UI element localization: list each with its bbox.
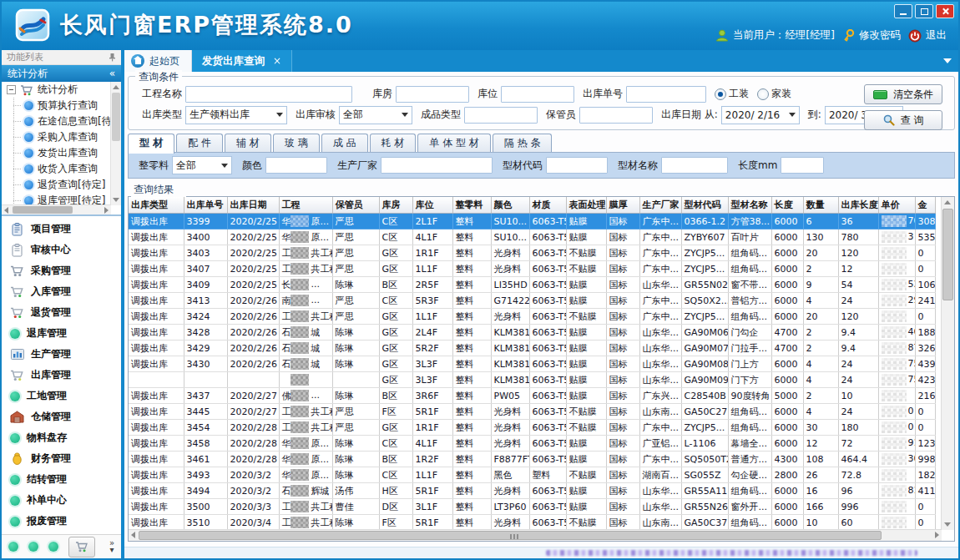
factory-input[interactable]	[381, 157, 493, 174]
length-input[interactable]	[781, 157, 824, 174]
tab-close-icon[interactable]: ×	[273, 55, 281, 67]
scroll-right-icon[interactable]	[104, 207, 109, 214]
scroll-left-icon[interactable]	[4, 207, 8, 214]
sidebar-module-退库管理[interactable]: 退库管理	[2, 323, 121, 344]
column-header[interactable]: 膜厚	[606, 197, 639, 214]
table-row[interactable]: 调拨出库34292020/2/26石城陈琳G区5R2F整料KLM38176063…	[129, 341, 935, 356]
column-header[interactable]: 生产厂家	[639, 197, 681, 214]
scroll-down-icon[interactable]	[113, 198, 119, 202]
sidebar-module-退货管理[interactable]: 退货管理	[2, 302, 121, 323]
sidebar-module-财务管理[interactable]: 财务管理	[2, 448, 121, 469]
table-row[interactable]: 调拨出库34302020/2/26石城陈琳G区3L3F整料KLM38176063…	[129, 356, 935, 372]
table-row[interactable]: 调拨出库35002020/3/3工共工程曹佳D区3L1F整料LT3P606063…	[129, 499, 935, 515]
column-header[interactable]: 整零料	[452, 197, 491, 214]
pin-icon[interactable]	[109, 53, 116, 62]
tree-item[interactable]: 在途信息查询[待	[2, 114, 111, 129]
column-header[interactable]: 颜色	[491, 197, 529, 214]
profile-name-input[interactable]	[661, 157, 728, 174]
collapse-panel-icon[interactable]: «	[109, 68, 115, 79]
subtab-单体型材[interactable]: 单 体 型 材	[417, 134, 490, 152]
table-row[interactable]: 调拨出库34072020/2/25工共工程严思G区1L1F整料光身料6063-T…	[129, 261, 935, 277]
subtab-配件[interactable]: 配 件	[176, 134, 223, 152]
scrollbar-thumb[interactable]	[942, 209, 953, 300]
scroll-up-icon[interactable]	[944, 200, 951, 204]
scrollbar-thumb[interactable]	[13, 206, 73, 214]
scrollbar-thumb[interactable]	[112, 93, 120, 141]
sidebar-module-出库管理[interactable]: 出库管理	[2, 365, 121, 386]
scroll-down-icon[interactable]	[944, 522, 951, 527]
collapse-node-icon[interactable]	[7, 85, 16, 94]
table-row[interactable]: 调拨出库34282020/2/26石城陈琳G区2L4F整料KLM38176063…	[129, 325, 935, 341]
column-header[interactable]: 型材代码	[681, 197, 728, 214]
scrollbar-thumb[interactable]	[139, 531, 882, 540]
date-from-select[interactable]: 2020/ 2/16	[721, 106, 800, 124]
tree-item[interactable]: 发货出库查询	[2, 145, 111, 161]
profile-code-input[interactable]	[546, 157, 608, 174]
sidebar-module-报废管理[interactable]: 报废管理	[2, 511, 121, 532]
table-row[interactable]: 调拨出库34452020/2/27工共工程严思F区5R1F整料光身料6063-T…	[129, 404, 935, 420]
grid-vertical-scrollbar[interactable]	[941, 197, 954, 530]
color-input[interactable]	[265, 157, 327, 174]
tree-root[interactable]: 统计分析	[2, 82, 111, 98]
minimize-button[interactable]	[894, 4, 912, 18]
table-row[interactable]: 调拨出库34092020/2/25长...陈琳B区2R5F整料LI35HD606…	[129, 277, 935, 293]
logout-button[interactable]: 退出	[908, 28, 947, 43]
subtab-隔热条[interactable]: 隔 热 条	[493, 134, 553, 152]
cart-toolbar-button[interactable]	[68, 537, 95, 557]
subtab-耗材[interactable]: 耗 材	[370, 134, 417, 152]
table-row[interactable]: 调拨出库34372020/2/27佛...陈琳B区3R6F整料PW056063-…	[129, 388, 935, 404]
tab-list-dropdown-icon[interactable]	[943, 58, 952, 63]
sidebar-module-工地管理[interactable]: 工地管理	[2, 386, 121, 406]
tree-item[interactable]: 预算执行查询	[2, 98, 111, 114]
outbound-type-select[interactable]: 生产领料出库	[185, 106, 287, 124]
order-no-input[interactable]	[626, 86, 706, 103]
table-row[interactable]: 调拨出库34242020/2/26工共工程严思G区1L1F整料光身料6063-T…	[129, 309, 935, 325]
home-decoration-radio[interactable]	[757, 88, 769, 100]
sidebar-module-采购管理[interactable]: 采购管理	[2, 260, 121, 281]
table-row[interactable]: 调拨出库34932020/3/2华原...陈琳C区1L1F整料黑色塑料不贴膜国标…	[129, 467, 935, 483]
project-name-input[interactable]	[185, 86, 352, 103]
grid-horizontal-scrollbar[interactable]	[129, 529, 942, 541]
column-header[interactable]: 数量	[803, 197, 838, 214]
tree-item[interactable]: 采购入库查询	[2, 129, 111, 145]
column-header[interactable]: 库房	[379, 197, 412, 214]
scroll-right-icon[interactable]	[935, 532, 939, 538]
tree-vertical-scrollbar[interactable]	[110, 82, 121, 205]
audit-select[interactable]: 全部	[339, 106, 412, 124]
table-row[interactable]: 调拨出库34942020/3/2石辉城汤伟H区5R1F整料光身料6063-T5贴…	[129, 483, 935, 499]
scroll-up-icon[interactable]	[113, 85, 119, 89]
column-header[interactable]: 库位	[412, 197, 452, 214]
subtab-玻璃[interactable]: 玻 璃	[273, 134, 320, 152]
sidebar-module-物料盘存[interactable]: 物料盘存	[2, 427, 121, 448]
column-header[interactable]: 出库日期	[227, 197, 279, 214]
table-row[interactable]: 调拨出库34032020/2/25工共工程严思G区1R1F整料光身料6063-T…	[129, 245, 935, 261]
column-header[interactable]: 表面处理	[566, 197, 606, 214]
subtab-辅材[interactable]: 辅 材	[225, 134, 271, 152]
table-row[interactable]: 调拨出库33992020/2/25华原...严思C区2L1F整料SU10...6…	[129, 214, 935, 230]
sidebar-group-header[interactable]: 统计分析 «	[2, 65, 121, 82]
dot-icon[interactable]	[8, 542, 18, 552]
column-header[interactable]: 长度	[771, 197, 803, 214]
table-row[interactable]: 调拨出库34542020/2/28工共工程严思G区1R1F整料光身料6063-T…	[129, 420, 935, 436]
dot-icon[interactable]	[48, 542, 58, 552]
clear-conditions-button[interactable]: 清空条件	[864, 84, 942, 104]
table-row[interactable]: G区3L3F整料KLM38176063-T5贴膜国标山东华...GA90M09.…	[129, 372, 935, 388]
keeper-input[interactable]	[579, 107, 653, 124]
maximize-button[interactable]	[915, 4, 933, 18]
dot-icon[interactable]	[28, 542, 38, 552]
subtab-型材[interactable]: 型 材	[128, 134, 174, 154]
change-password-button[interactable]: 修改密码	[842, 28, 901, 43]
tree-item[interactable]: 收货入库查询	[2, 161, 111, 177]
sidebar-module-入库管理[interactable]: 入库管理	[2, 281, 121, 302]
table-row[interactable]: 调拨出库34612020/2/28华原...陈琳B区1R2F整料F8877FT6…	[129, 452, 935, 467]
sidebar-module-生产管理[interactable]: 生产管理	[2, 344, 121, 365]
location-input[interactable]	[501, 86, 574, 103]
table-row[interactable]: 调拨出库34582020/2/28华原...陈琳C区4L1F整料光身料6063-…	[129, 436, 935, 452]
column-header[interactable]: 材质	[529, 197, 566, 214]
column-header[interactable]: 单价	[878, 197, 915, 214]
sidebar-module-项目管理[interactable]: 项目管理	[2, 219, 121, 240]
toolbar-overflow-button[interactable]: »▾	[109, 540, 114, 553]
close-button[interactable]	[936, 4, 954, 18]
warehouse-input[interactable]	[396, 86, 469, 103]
column-header[interactable]: 型材名称	[728, 197, 771, 214]
